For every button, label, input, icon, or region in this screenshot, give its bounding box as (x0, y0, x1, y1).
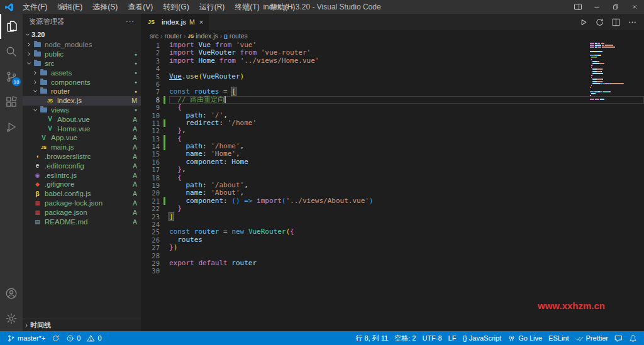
chevron-right-icon[interactable] (31, 79, 39, 85)
breadcrumb-item-router[interactable]: router (165, 32, 182, 40)
token: , (182, 126, 186, 134)
tree-item-public[interactable]: public● (23, 50, 141, 59)
code-text: } (169, 205, 644, 212)
tab-indexjs[interactable]: JS index.js M × (141, 14, 209, 30)
activity-search[interactable] (0, 39, 23, 64)
babel-icon: β (33, 190, 42, 197)
status-indentation[interactable]: 空格: 2 (391, 331, 419, 345)
close-icon[interactable] (625, 0, 644, 14)
chevron-down-icon[interactable] (31, 107, 39, 113)
breadcrumb-item-index-js[interactable]: JSindex.js (187, 32, 218, 40)
activity-settings[interactable] (0, 306, 23, 331)
tree-item-readme-md[interactable]: ▤README.mdA (23, 217, 141, 226)
timeline-section-header[interactable]: 时间线 (23, 319, 141, 331)
chevron-down-icon[interactable] (31, 88, 39, 94)
code-text: ] (169, 213, 644, 221)
code-line: 21 component: () => import('../views/Abo… (141, 197, 644, 205)
status-notifications[interactable] (626, 331, 640, 345)
menu-item[interactable]: 选择(S) (87, 0, 123, 14)
minimap-segment (591, 59, 592, 60)
activity-explorer[interactable] (0, 14, 23, 39)
minimap[interactable] (590, 43, 635, 103)
tree-item-node-modules[interactable]: node_modules (23, 40, 141, 50)
menu-item[interactable]: 查看(V) (123, 0, 158, 14)
status-feedback[interactable] (611, 331, 626, 345)
chevron-right-icon[interactable] (31, 70, 39, 76)
chevron-right-icon[interactable] (25, 51, 33, 57)
sync-changes-icon[interactable] (592, 15, 606, 29)
status-sync-changes[interactable] (48, 331, 63, 345)
chevron-right-icon[interactable] (25, 41, 33, 48)
run-file-icon[interactable] (576, 15, 590, 29)
tree-item-views[interactable]: views● (23, 106, 141, 115)
tree-item-router[interactable]: router● (23, 87, 141, 96)
token: { (290, 227, 294, 236)
layout-toggle-icon[interactable] (569, 0, 587, 14)
code-text: }, (169, 166, 644, 173)
status-prettier[interactable]: Prettier (572, 331, 611, 345)
folder-icon (34, 61, 41, 66)
menu-item[interactable]: 编辑(E) (52, 0, 87, 14)
split-editor-icon[interactable] (609, 15, 623, 29)
tree-item-babel-config-js[interactable]: βbabel.config.jsA (23, 189, 141, 199)
status-encoding[interactable]: UTF-8 (419, 331, 445, 345)
tree-item--gitignore[interactable]: ◆.gitignoreA (23, 180, 141, 189)
chevron-down-icon[interactable] (25, 60, 33, 67)
token: router (194, 227, 219, 236)
minimize-icon[interactable] (587, 0, 606, 14)
status-go-live[interactable]: Go Live (504, 331, 545, 345)
status-language-mode[interactable]: {} JavaScript (459, 331, 504, 345)
file-label: index.js (57, 97, 82, 104)
tree-item-home-vue[interactable]: VHome.vueA (23, 124, 141, 133)
status-warnings[interactable]: 0 (84, 331, 104, 345)
tree-item-about-vue[interactable]: VAbout.vueA (23, 114, 141, 124)
menu-item[interactable]: 转到(G) (158, 0, 194, 14)
tree-item-main-js[interactable]: JSmain.jsA (23, 143, 141, 152)
activity-source-control[interactable]: 18 (0, 64, 23, 89)
status-eol[interactable]: LF (445, 331, 460, 345)
tree-item-package-json[interactable]: ▦package.jsonA (23, 207, 141, 217)
breadcrumb-separator-icon: › (160, 32, 163, 40)
breadcrumb-item-src[interactable]: src (150, 32, 158, 40)
timeline-label: 时间线 (30, 320, 51, 330)
check-double-icon (575, 334, 584, 342)
line-number: 11 (141, 119, 160, 127)
breadcrumb-separator-icon: › (184, 32, 186, 40)
tree-item-package-lock-json[interactable]: ▦package-lock.jsonA (23, 199, 141, 208)
status-eslint[interactable]: ESLint (545, 331, 572, 345)
watermark-text: www.xxhzm.cn (538, 300, 605, 311)
activity-accounts[interactable] (0, 281, 23, 306)
menu-item[interactable]: 帮助(H) (265, 0, 301, 14)
status-git-branch[interactable]: master*+ (4, 331, 48, 345)
menu-item[interactable]: 文件(F) (18, 0, 52, 14)
project-name: 3.20 (31, 31, 45, 38)
tree-item-components[interactable]: components● (23, 77, 141, 87)
tree-item-app-vue[interactable]: VApp.vueA (23, 133, 141, 143)
menu-item[interactable]: 运行(R) (194, 0, 230, 14)
code-line: 16 component: Home (141, 158, 644, 166)
menu-item[interactable]: 终端(T) (230, 0, 264, 14)
project-section-header[interactable]: 3.20 (23, 29, 141, 40)
status-cursor-position[interactable]: 行 8, 列 11 (352, 331, 391, 345)
more-actions-icon[interactable] (625, 15, 639, 29)
git-change-gutter (164, 135, 165, 143)
tree-item--browserslistrc[interactable]: ◖.browserslistrcA (23, 152, 141, 162)
activity-run-debug[interactable] (0, 114, 23, 140)
tree-item-assets[interactable]: assets● (23, 68, 141, 77)
status-label: Prettier (586, 334, 608, 342)
activity-extensions[interactable] (0, 89, 23, 114)
restore-icon[interactable] (606, 0, 625, 14)
tree-item-index-js[interactable]: JSindex.jsM (23, 96, 141, 106)
explorer-more-actions-icon[interactable]: ··· (126, 18, 135, 25)
tree-item--eslintrc-js[interactable]: ◉.eslintrc.jsA (23, 170, 141, 180)
token (169, 103, 177, 111)
tree-item-src[interactable]: src● (23, 59, 141, 68)
breadcrumb-item-routes[interactable]: []routes (224, 32, 248, 40)
token: ] (169, 212, 174, 221)
tab-close-icon[interactable]: × (199, 18, 203, 26)
code-editor[interactable]: 1import Vue from 'vue'2import VueRouter … (141, 41, 644, 331)
token: : (219, 119, 227, 127)
status-errors[interactable]: 0 (63, 331, 84, 345)
token (169, 119, 186, 127)
tree-item--editorconfig[interactable]: e.editorconfigA (23, 161, 141, 170)
